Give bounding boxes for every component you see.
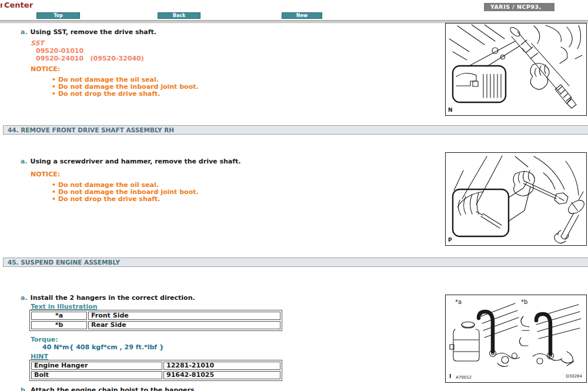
torque-value: 40 N*m{ 408 kgf*cm , 29 ft.*lbf } bbox=[42, 343, 164, 351]
notice-list: Do not damage the oil seal. Do not damag… bbox=[52, 76, 199, 98]
manual-page: n Center Top Back New YARIS / NCP93, a.U… bbox=[0, 0, 588, 391]
section-45-header: 45. SUSPEND ENGINE ASSEMBLY bbox=[3, 258, 588, 267]
section-44-header: 44. REMOVE FRONT DRIVE SHAFT ASSEMBLY RH bbox=[3, 125, 588, 135]
notice-list: Do not damage the oil seal. Do not damag… bbox=[52, 182, 199, 203]
figure-corner-label: N bbox=[448, 107, 453, 113]
table-cell-value: 12281-21010 bbox=[163, 362, 280, 370]
illustration-engine-hangers: *a *b I A70012 D30284 bbox=[445, 295, 587, 383]
table-row: Bolt 91642-81025 bbox=[31, 371, 280, 379]
step-text: Using SST, remove the drive shaft. bbox=[31, 28, 156, 36]
step-letter: b. bbox=[21, 386, 28, 391]
table-cell-key: *b bbox=[31, 321, 87, 329]
table-cell-value: Front Side bbox=[88, 312, 280, 320]
table-cell-key: Engine Hanger bbox=[31, 362, 162, 370]
step-letter: a. bbox=[21, 28, 28, 36]
figure-code-left: A70012 bbox=[456, 375, 472, 380]
sst-code: 09520-01010 bbox=[36, 47, 83, 55]
new-button[interactable]: New bbox=[282, 12, 322, 19]
back-button[interactable]: Back bbox=[158, 12, 201, 19]
step-text: Attach the engine chain hoist to the han… bbox=[31, 386, 197, 391]
table-cell-value: 91642-81025 bbox=[163, 371, 280, 379]
vehicle-model-badge: YARIS / NCP93, bbox=[484, 3, 554, 11]
notice-label: NOTICE: bbox=[31, 65, 60, 73]
step-43a: a.Using SST, remove the drive shaft. bbox=[21, 28, 156, 36]
table-row: *b Rear Side bbox=[31, 321, 280, 329]
page-title: Center bbox=[4, 1, 33, 9]
step-letter: a. bbox=[21, 158, 28, 165]
notice-item: Do not drop the drive shaft. bbox=[52, 196, 199, 203]
table-cell-key: Bolt bbox=[31, 371, 162, 379]
step-45a: a.Install the 2 hangers in the correct d… bbox=[21, 294, 195, 302]
step-letter: a. bbox=[21, 294, 28, 302]
table-row: Engine Hanger 12281-21010 bbox=[31, 362, 280, 370]
step-45b-clipped: b.Attach the engine chain hoist to the h… bbox=[21, 386, 197, 391]
figure-code-right: D30284 bbox=[566, 374, 582, 379]
figure-corner-label: P bbox=[448, 237, 452, 243]
illustration-sst-removal: N bbox=[445, 23, 587, 116]
table-cell-key: *a bbox=[31, 312, 87, 320]
sst-label: SST bbox=[31, 39, 44, 47]
hanger-label-a: *a bbox=[455, 299, 462, 305]
page-title-clipped-fragment: n bbox=[0, 1, 2, 9]
step-text: Install the 2 hangers in the correct dir… bbox=[31, 294, 195, 302]
notice-label: NOTICE: bbox=[31, 171, 60, 178]
figure-corner-label: I bbox=[449, 373, 451, 379]
step-text: Using a screwdriver and hammer, remove t… bbox=[31, 158, 241, 165]
step-44a: a.Using a screwdriver and hammer, remove… bbox=[21, 158, 240, 165]
hanger-label-b: *b bbox=[521, 299, 527, 305]
illustration-screwdriver-removal: P bbox=[445, 152, 587, 246]
torque-label: Torque: bbox=[31, 336, 58, 343]
table-cell-value: Rear Side bbox=[88, 321, 280, 329]
sst-code: 09520-24010 (09520-32040) bbox=[36, 55, 144, 62]
text-in-illustration-table: *a Front Side *b Rear Side bbox=[29, 310, 282, 331]
table-row: *a Front Side bbox=[31, 312, 280, 320]
hint-table: Engine Hanger 12281-21010 Bolt 91642-810… bbox=[29, 360, 282, 381]
notice-item: Do not drop the drive shaft. bbox=[52, 91, 199, 98]
top-button[interactable]: Top bbox=[36, 12, 80, 19]
